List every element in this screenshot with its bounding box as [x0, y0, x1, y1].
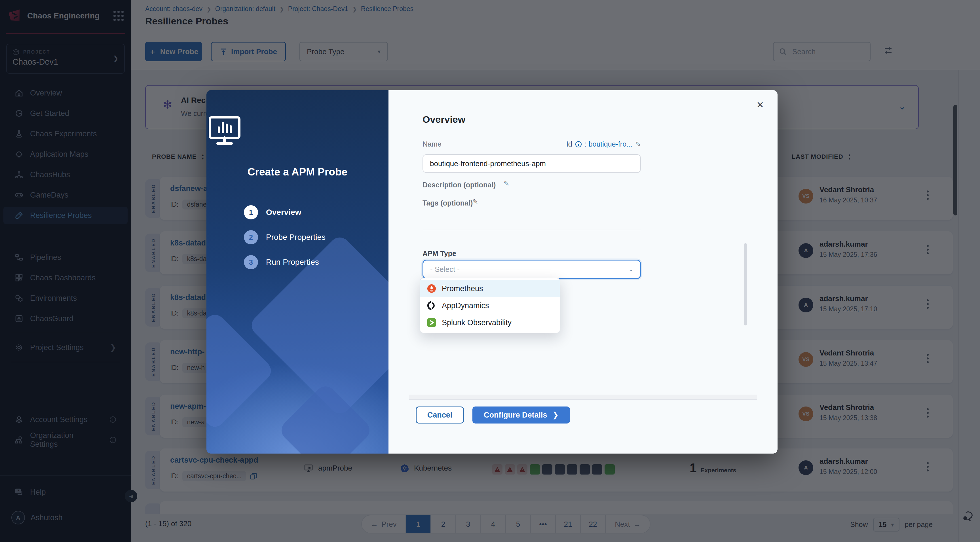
appdynamics-icon	[427, 301, 436, 310]
name-label: Name	[423, 140, 442, 148]
id-value: : boutique-fro...	[585, 140, 632, 148]
modal-section-title: Overview	[423, 114, 465, 125]
option-prometheus[interactable]: Prometheus	[420, 280, 560, 297]
option-splunk-observability[interactable]: Splunk Observability	[420, 314, 560, 331]
chevron-right-icon: ❯	[552, 410, 558, 420]
apm-type-label: APM Type	[423, 250, 456, 257]
edit-icon[interactable]: ✎	[504, 180, 509, 188]
cancel-button[interactable]: Cancel	[416, 407, 464, 423]
chaos-engineering-app: Chaos Engineering PROJECT Chaos-Dev1 ❯ O…	[0, 0, 980, 542]
modal-body: ✕ Overview Name Id : boutique-fro... ✎ D…	[388, 90, 778, 453]
id-label: Id	[566, 140, 572, 148]
splunk-icon	[427, 318, 436, 327]
description-label: Description (optional)	[423, 181, 496, 189]
edit-icon[interactable]: ✎	[635, 140, 641, 148]
chevron-down-icon: ⌄	[628, 266, 633, 273]
probe-id-row: Id : boutique-fro... ✎	[533, 140, 641, 148]
edit-icon[interactable]: ✎	[473, 198, 478, 206]
wizard-steps: 1 Overview 2 Probe Properties 3 Run Prop…	[244, 205, 388, 269]
option-appdynamics[interactable]: AppDynamics	[420, 297, 560, 314]
step-probe-properties[interactable]: 2 Probe Properties	[244, 230, 388, 244]
info-icon[interactable]	[575, 141, 582, 148]
step-overview[interactable]: 1 Overview	[244, 205, 388, 219]
probe-name-input[interactable]	[423, 154, 641, 173]
close-icon[interactable]: ✕	[756, 100, 764, 110]
configure-details-button[interactable]: Configure Details ❯	[473, 407, 570, 423]
create-apm-probe-modal: Create a APM Probe 1 Overview 2 Probe Pr…	[207, 90, 778, 453]
prometheus-icon	[427, 284, 436, 293]
divider	[423, 230, 641, 230]
tags-label: Tags (optional)	[423, 199, 473, 207]
apm-monitor-icon	[207, 115, 243, 147]
modal-scrollbar[interactable]	[744, 243, 747, 326]
apm-type-dropdown: Prometheus AppDynamics Splunk Observabil…	[420, 278, 560, 333]
divider	[409, 399, 757, 400]
modal-panel-title: Create a APM Probe	[207, 166, 388, 178]
step-run-properties[interactable]: 3 Run Properties	[244, 255, 388, 269]
modal-side-panel: Create a APM Probe 1 Overview 2 Probe Pr…	[207, 90, 388, 453]
apm-type-select[interactable]: - Select - ⌄	[423, 260, 641, 279]
content-bottom-band	[409, 394, 757, 399]
